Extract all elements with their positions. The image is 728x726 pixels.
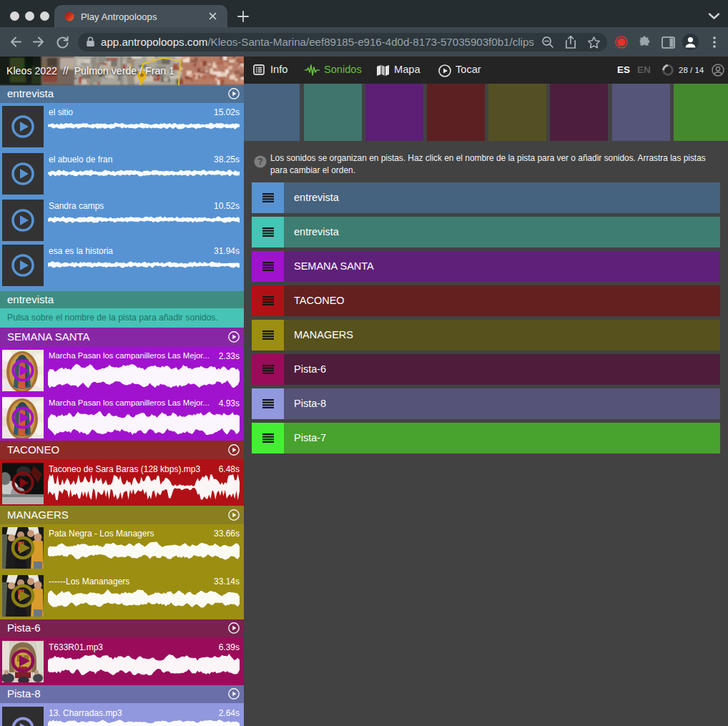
svg-text:?: ? xyxy=(257,157,262,167)
